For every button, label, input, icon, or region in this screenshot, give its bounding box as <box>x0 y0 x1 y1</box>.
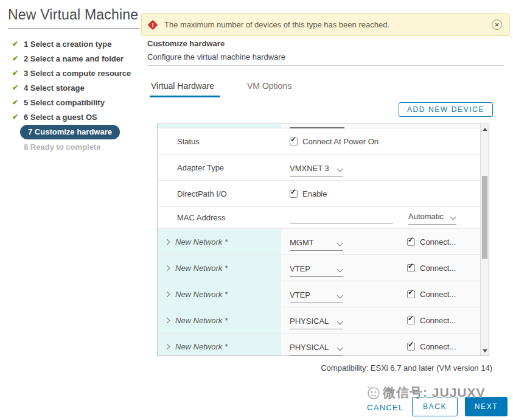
network-select[interactable]: VTEP <box>290 264 343 277</box>
chevron-right-icon <box>164 317 170 323</box>
next-button[interactable]: NEXT <box>465 397 508 416</box>
chevron-down-icon <box>337 292 343 298</box>
row-label-status: Status <box>158 128 281 154</box>
status-content-cell: ✓ Connect At Power On <box>281 128 480 154</box>
step-select-name-folder[interactable]: ✔ 2 Select a name and folder <box>12 51 145 66</box>
warning-banner: ! The maximum number of devices of this … <box>141 13 510 36</box>
step-label: 5 Select compatibility <box>24 98 105 107</box>
scroll-down-icon[interactable] <box>481 346 489 355</box>
connect-label: Connect... <box>420 316 456 325</box>
network-row-expander[interactable]: New Network * <box>158 334 281 355</box>
cancel-button[interactable]: CANCEL <box>363 402 408 413</box>
table-row-network-1: New Network * MGMT ✓ Connect... <box>158 229 480 255</box>
table-scrollbar[interactable] <box>480 124 489 355</box>
checkbox-check-icon: ✓ <box>290 136 296 143</box>
tab-virtual-hardware[interactable]: Virtual Hardware <box>150 81 220 97</box>
check-icon: ✔ <box>12 54 21 63</box>
network-row-label: New Network * <box>175 342 228 351</box>
step-ready-to-complete: 8 Ready to complete <box>12 139 145 154</box>
adapter-type-select[interactable]: VMXNET 3 <box>290 164 343 177</box>
step-label: 6 Select a guest OS <box>24 113 97 122</box>
check-icon: ✔ <box>12 113 21 121</box>
scrollbar-thumb[interactable] <box>482 176 487 259</box>
connect-label: Connect... <box>420 342 456 351</box>
mac-mode-value: Automatic <box>408 212 444 221</box>
chevron-right-icon <box>164 239 170 245</box>
step-select-compatibility[interactable]: ✔ 5 Select compatibility <box>12 95 145 110</box>
table-row-mac-address: MAC Address Automatic <box>158 207 480 229</box>
connect-checkbox[interactable]: ✓ <box>407 264 415 272</box>
hardware-tabs: Virtual Hardware VM Options <box>150 81 293 97</box>
directpath-enable-label: Enable <box>302 189 327 198</box>
mac-address-input[interactable] <box>290 223 393 224</box>
check-icon: ✔ <box>12 83 21 92</box>
table-row-network-4: New Network * PHYSICAL ✓ Connect... <box>158 307 480 334</box>
chevron-down-icon <box>337 166 343 172</box>
step-select-guest-os[interactable]: ✔ 6 Select a guest OS <box>12 110 145 124</box>
step-select-storage[interactable]: ✔ 4 Select storage <box>12 80 145 95</box>
checkbox-check-icon: ✓ <box>408 341 414 348</box>
close-glyph: ✕ <box>495 22 500 28</box>
network-row-expander[interactable]: New Network * <box>158 229 281 254</box>
back-button[interactable]: BACK <box>412 397 458 416</box>
checkbox-check-icon: ✓ <box>408 262 414 270</box>
step-select-creation-type[interactable]: ✔ 1 Select a creation type <box>12 37 145 51</box>
connect-label: Connect... <box>420 237 456 247</box>
network-row-label: New Network * <box>175 316 228 325</box>
connect-checkbox[interactable]: ✓ <box>407 317 415 324</box>
connect-at-power-on-checkbox[interactable]: ✓ <box>290 138 298 145</box>
scroll-up-icon[interactable] <box>481 125 489 133</box>
add-new-device-button[interactable]: ADD NEW DEVICE <box>399 102 493 117</box>
chevron-right-icon <box>164 343 170 349</box>
network-value: MGMT <box>290 238 314 247</box>
panel-subtitle: Configure the virtual machine hardware <box>147 52 285 61</box>
warning-message: The maximum number of devices of this ty… <box>164 20 389 29</box>
chevron-down-icon <box>450 214 456 220</box>
mac-content-cell: Automatic <box>281 207 480 228</box>
connect-checkbox[interactable]: ✓ <box>407 290 415 298</box>
directpath-enable-checkbox[interactable]: ✓ <box>290 190 298 198</box>
warning-icon: ! <box>148 19 158 30</box>
connect-group: ✓ Connect... <box>407 307 456 333</box>
mac-mode-select[interactable]: Automatic <box>408 212 456 225</box>
network-row-expander[interactable]: New Network * <box>158 255 281 281</box>
table-row-adapter-type: Adapter Type VMXNET 3 <box>158 155 480 181</box>
page-title: New Virtual Machine <box>8 7 138 23</box>
step-label: 2 Select a name and folder <box>24 54 124 63</box>
connect-checkbox[interactable]: ✓ <box>407 343 415 351</box>
network-select[interactable]: PHYSICAL <box>290 317 343 329</box>
network-content-cell: VTEP ✓ Connect... <box>281 281 480 307</box>
chevron-down-icon <box>337 266 343 272</box>
chevron-right-icon <box>164 291 170 297</box>
checkbox-check-icon: ✓ <box>408 236 414 243</box>
check-icon: ✔ <box>12 98 21 107</box>
network-select[interactable]: VTEP <box>290 290 343 303</box>
check-icon: ✔ <box>12 40 21 48</box>
checkbox-check-icon: ✓ <box>408 289 414 296</box>
step-select-compute-resource[interactable]: ✔ 3 Select a compute resource <box>12 66 145 80</box>
chevron-down-icon <box>337 318 343 324</box>
network-select[interactable]: MGMT <box>290 238 343 251</box>
network-row-expander[interactable]: New Network * <box>158 307 281 333</box>
network-value: PHYSICAL <box>290 343 329 352</box>
connect-checkbox[interactable]: ✓ <box>407 238 415 246</box>
network-row-label: New Network * <box>175 264 228 273</box>
panel-title: Customize hardware <box>147 39 225 48</box>
adapter-type-value: VMXNET 3 <box>290 164 329 173</box>
close-icon[interactable]: ✕ <box>492 19 502 30</box>
step-customize-hardware-active[interactable]: 7 Customize hardware <box>12 124 145 139</box>
clipped-content-cell <box>281 124 480 128</box>
chevron-down-icon <box>337 345 343 351</box>
tab-vm-options[interactable]: VM Options <box>246 81 293 97</box>
network-row-expander[interactable]: New Network * <box>158 281 281 307</box>
network-select[interactable]: PHYSICAL <box>290 343 343 355</box>
table-row-network-2: New Network * VTEP ✓ Connect... <box>158 255 480 281</box>
connect-group: ✓ Connect... <box>407 255 456 281</box>
wizard-steps: ✔ 1 Select a creation type ✔ 2 Select a … <box>12 37 145 154</box>
network-row-label: New Network * <box>175 290 228 299</box>
network-value: PHYSICAL <box>290 317 329 326</box>
title-divider <box>8 28 139 29</box>
network-content-cell: MGMT ✓ Connect... <box>281 229 480 254</box>
table-row-network-5: New Network * PHYSICAL ✓ Connect... <box>158 334 480 355</box>
row-label-mac-address: MAC Address <box>158 207 281 228</box>
